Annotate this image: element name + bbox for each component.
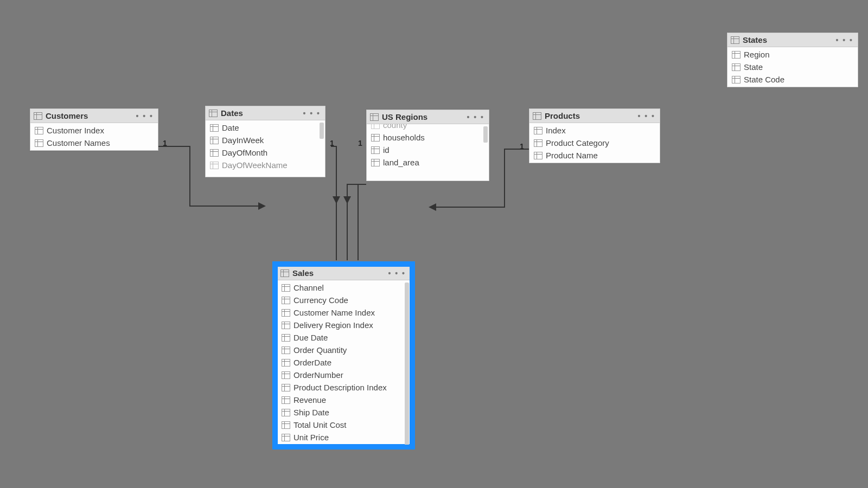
column-icon — [282, 396, 290, 404]
field[interactable]: Product Name — [529, 149, 660, 162]
svg-marker-3 — [429, 203, 436, 211]
table-states[interactable]: States • • • Region State State Code — [727, 33, 858, 87]
column-icon — [282, 297, 290, 304]
column-icon — [210, 162, 219, 169]
field[interactable]: land_area — [367, 156, 489, 169]
field-list: county households id land_area — [367, 124, 489, 181]
more-options-icon[interactable]: • • • — [136, 112, 155, 120]
column-icon — [282, 421, 290, 429]
column-icon — [732, 76, 741, 84]
scrollbar[interactable] — [320, 123, 324, 139]
more-options-icon[interactable]: • • • — [638, 112, 656, 120]
table-header[interactable]: Products • • • — [529, 109, 660, 123]
field[interactable]: id — [367, 144, 489, 156]
field[interactable]: county — [367, 124, 489, 131]
field[interactable]: Revenue — [277, 394, 410, 406]
field[interactable]: Channel — [277, 281, 410, 294]
column-icon — [35, 139, 43, 147]
table-products[interactable]: Products • • • Index Product Category Pr… — [529, 108, 660, 163]
table-dates[interactable]: Dates • • • Date DayInWeek DayOfMonth Da… — [205, 106, 326, 177]
column-icon — [282, 434, 290, 441]
field[interactable]: Index — [529, 124, 660, 137]
column-icon — [35, 127, 43, 134]
more-options-icon[interactable]: • • • — [836, 36, 854, 44]
column-icon — [282, 309, 290, 317]
table-header[interactable]: Sales • • • — [277, 266, 410, 280]
table-title: States — [743, 35, 836, 44]
field-list: Region State State Code — [727, 47, 858, 87]
table-icon — [280, 269, 289, 277]
field[interactable]: Total Unit Cost — [277, 419, 410, 431]
column-icon — [732, 51, 741, 59]
scrollbar[interactable] — [483, 126, 488, 143]
column-icon — [210, 124, 219, 132]
svg-marker-0 — [258, 202, 266, 210]
field[interactable]: DayOfWeekName — [206, 159, 325, 171]
field[interactable]: households — [367, 131, 489, 144]
table-header[interactable]: States • • • — [727, 33, 858, 47]
column-icon — [282, 409, 290, 416]
column-icon — [371, 124, 380, 129]
field[interactable]: Customer Name Index — [277, 306, 410, 319]
column-icon — [210, 137, 219, 144]
table-title: Sales — [292, 268, 388, 278]
field[interactable]: Product Description Index — [277, 381, 410, 394]
column-icon — [282, 334, 290, 342]
field[interactable]: Date — [206, 121, 325, 134]
column-icon — [282, 371, 290, 379]
cardinality-label: 1 — [520, 142, 524, 151]
table-header[interactable]: Customers • • • — [30, 109, 158, 123]
field[interactable]: Currency Code — [277, 294, 410, 306]
table-customers[interactable]: Customers • • • Customer Index Customer … — [30, 108, 158, 151]
cardinality-label: 1 — [358, 139, 362, 147]
scrollbar[interactable] — [405, 282, 409, 445]
column-icon — [371, 159, 380, 166]
field[interactable]: Region — [727, 48, 858, 61]
table-title: Customers — [46, 111, 136, 120]
column-icon — [534, 139, 542, 147]
table-title: US Regions — [382, 112, 467, 121]
column-icon — [371, 134, 380, 142]
column-icon — [282, 359, 290, 367]
field[interactable]: Customer Names — [30, 137, 158, 149]
field[interactable]: Delivery Region Index — [277, 319, 410, 331]
column-icon — [210, 149, 219, 157]
field[interactable]: DayOfMonth — [206, 146, 325, 159]
field[interactable]: Customer Index — [30, 124, 158, 137]
cardinality-label: 1 — [163, 139, 167, 147]
table-icon — [731, 36, 739, 44]
column-icon — [282, 384, 290, 391]
field[interactable]: Due Date — [277, 331, 410, 344]
table-icon — [209, 110, 218, 117]
table-usregions[interactable]: US Regions • • • county households id la… — [366, 110, 489, 181]
more-options-icon[interactable]: • • • — [467, 113, 486, 121]
field[interactable]: State — [727, 61, 858, 73]
field[interactable]: DayInWeek — [206, 134, 325, 146]
more-options-icon[interactable]: • • • — [303, 109, 322, 118]
column-icon — [282, 284, 290, 292]
column-icon — [534, 152, 542, 159]
table-header[interactable]: Dates • • • — [206, 106, 325, 120]
column-icon — [534, 127, 542, 134]
table-header[interactable]: US Regions • • • — [367, 110, 489, 124]
column-icon — [282, 322, 290, 329]
svg-marker-1 — [333, 196, 340, 204]
field-list: Channel Currency Code Customer Name Inde… — [277, 280, 410, 445]
field[interactable]: OrderDate — [277, 356, 410, 369]
more-options-icon[interactable]: • • • — [388, 269, 407, 278]
cardinality-label: 1 — [330, 139, 334, 147]
table-icon — [370, 113, 379, 121]
field-list: Index Product Category Product Name — [529, 123, 660, 163]
field[interactable]: Unit Price — [277, 431, 410, 444]
field[interactable]: State Code — [727, 73, 858, 86]
table-icon — [533, 112, 541, 120]
table-sales[interactable]: Sales • • • Channel Currency Code Custom… — [277, 266, 411, 445]
field[interactable]: Product Category — [529, 137, 660, 149]
field-list: Date DayInWeek DayOfMonth DayOfWeekName — [206, 120, 325, 177]
field[interactable]: OrderNumber — [277, 369, 410, 381]
column-icon — [732, 63, 741, 71]
field[interactable]: Order Quantity — [277, 344, 410, 356]
field[interactable]: Ship Date — [277, 406, 410, 419]
field-list: Customer Index Customer Names — [30, 123, 158, 150]
table-title: Products — [545, 111, 638, 120]
